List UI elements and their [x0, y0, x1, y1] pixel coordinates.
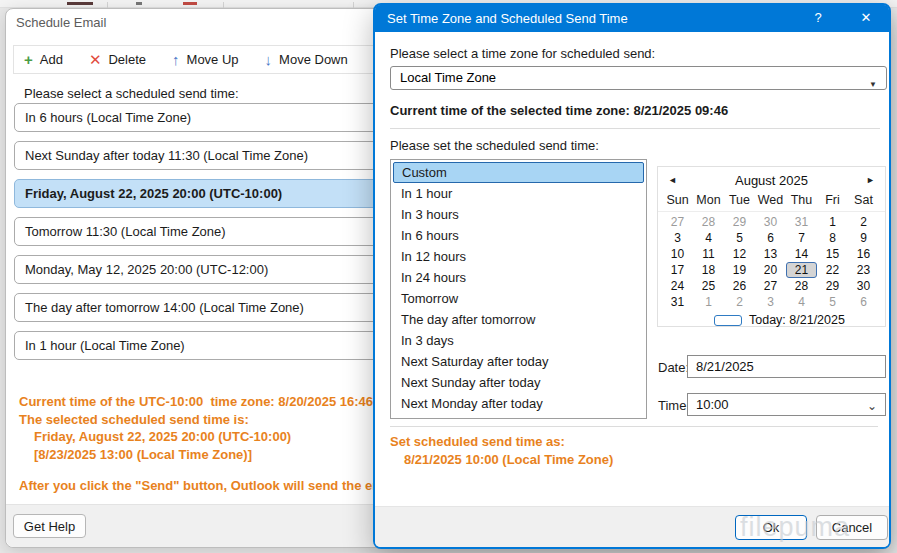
date-label: Date: [658, 360, 689, 375]
close-icon[interactable]: ✕ [857, 10, 875, 25]
preset-list-item[interactable]: In 6 hours [393, 225, 644, 246]
calendar-day-cell[interactable]: 2 [724, 294, 755, 310]
calendar-day-cell[interactable]: 1 [693, 294, 724, 310]
calendar-day-cell[interactable]: 9 [848, 230, 879, 246]
date-field[interactable]: 8/21/2025 [687, 355, 886, 378]
calendar-day-cell[interactable]: 11 [693, 246, 724, 262]
calendar-day-cell[interactable]: 31 [786, 214, 817, 230]
calendar-weekday-label: Sat [848, 193, 879, 211]
warning-line: After you click the "Send" button, Outlo… [19, 477, 413, 495]
preset-list-item[interactable]: In 3 hours [393, 204, 644, 225]
cancel-button[interactable]: Cancel [816, 515, 888, 540]
calendar-day-cell[interactable]: 1 [817, 214, 848, 230]
set-time-zone-dialog-title: Set Time Zone and Scheduled Send Time [387, 11, 628, 26]
calendar-day-cell[interactable]: 18 [693, 262, 724, 278]
help-icon[interactable]: ? [809, 10, 827, 25]
current-time-text: Current time of the selected time zone: … [390, 103, 728, 118]
scheduled-send-time-list-label: Please select a scheduled send time: [24, 86, 239, 101]
preset-list-item[interactable]: In 3 days [393, 330, 644, 351]
chevron-down-icon: ⌄ [867, 396, 877, 417]
calendar-day-cell[interactable]: 10 [662, 246, 693, 262]
preset-list-item[interactable]: In 24 hours [393, 267, 644, 288]
calendar-day-cell[interactable]: 17 [662, 262, 693, 278]
calendar-day-cell[interactable]: 7 [786, 230, 817, 246]
calendar-day-cell[interactable]: 12 [724, 246, 755, 262]
calendar-day-cell[interactable]: 15 [817, 246, 848, 262]
date-field-value: 8/21/2025 [696, 359, 754, 374]
calendar-next-icon[interactable]: ► [863, 175, 875, 185]
preset-list-item[interactable]: The day after tomorrow [393, 309, 644, 330]
calendar-day-cell[interactable]: 22 [817, 262, 848, 278]
calendar-day-cell[interactable]: 14 [786, 246, 817, 262]
today-indicator-box[interactable] [714, 315, 742, 326]
today-label[interactable]: Today: 8/21/2025 [749, 313, 845, 327]
separator [390, 128, 880, 129]
calendar-day-cell[interactable]: 8 [817, 230, 848, 246]
schedule-email-dialog-title: Schedule Email [16, 15, 106, 30]
add-button-label: Add [40, 52, 63, 67]
calendar-day-cell[interactable]: 28 [786, 278, 817, 294]
calendar-day-grid: 2728293031123456789101112131415161718192… [658, 214, 885, 310]
calendar-month-label: August 2025 [680, 173, 863, 188]
plus-icon: + [24, 52, 33, 67]
delete-button-label: Delete [108, 52, 146, 67]
calendar-day-cell[interactable]: 3 [662, 230, 693, 246]
preset-list-item[interactable]: Next Monday after today [393, 393, 644, 414]
calendar-day-cell[interactable]: 28 [693, 214, 724, 230]
info-line: [8/23/2025 13:00 (Local Time Zone)] [19, 446, 413, 464]
calendar-day-cell[interactable]: 5 [724, 230, 755, 246]
calendar-day-cell[interactable]: 27 [662, 214, 693, 230]
preset-list-item[interactable]: Custom [393, 162, 644, 183]
calendar-day-cell[interactable]: 16 [848, 246, 879, 262]
calendar-day-cell[interactable]: 6 [848, 294, 879, 310]
calendar-day-cell[interactable]: 27 [755, 278, 786, 294]
get-help-button[interactable]: Get Help [13, 514, 86, 538]
calendar-day-cell[interactable]: 25 [693, 278, 724, 294]
calendar-prev-icon[interactable]: ◄ [668, 175, 680, 185]
delete-button[interactable]: ✕ Delete [89, 52, 146, 67]
arrow-up-icon: ↑ [172, 52, 180, 67]
calendar-weekday-label: Tue [724, 193, 755, 211]
calendar-day-cell[interactable]: 29 [817, 278, 848, 294]
send-time-label: Please set the scheduled send time: [390, 138, 599, 153]
calendar-day-cell[interactable]: 31 [662, 294, 693, 310]
chevron-down-icon: ▼ [869, 74, 877, 96]
schedule-email-info-text: Current time of the UTC-10:00 time zone:… [19, 393, 413, 495]
move-down-button-label: Move Down [279, 52, 348, 67]
add-button[interactable]: + Add [24, 52, 63, 67]
time-label: Time: [658, 398, 690, 413]
preset-list-item[interactable]: Tomorrow [393, 288, 644, 309]
calendar-day-cell[interactable]: 30 [755, 214, 786, 230]
calendar-day-cell[interactable]: 29 [724, 214, 755, 230]
calendar: ◄ August 2025 ► SunMonTueWedThuFriSat 27… [657, 166, 886, 327]
time-field[interactable]: 10:00 ⌄ [687, 393, 886, 416]
ok-button[interactable]: Ok [735, 515, 807, 540]
calendar-day-cell[interactable]: 23 [848, 262, 879, 278]
calendar-footer: Today: 8/21/2025 [658, 313, 885, 327]
calendar-day-cell[interactable]: 4 [786, 294, 817, 310]
preset-list-item[interactable]: Next Sunday after today [393, 372, 644, 393]
calendar-header: ◄ August 2025 ► [658, 167, 885, 193]
calendar-day-cell[interactable]: 24 [662, 278, 693, 294]
preset-list-item[interactable]: Next Saturday after today [393, 351, 644, 372]
preset-list-item[interactable]: In 12 hours [393, 246, 644, 267]
calendar-day-cell[interactable]: 21 [786, 262, 817, 278]
move-up-button[interactable]: ↑ Move Up [172, 52, 239, 67]
calendar-day-cell[interactable]: 20 [755, 262, 786, 278]
calendar-day-cell[interactable]: 19 [724, 262, 755, 278]
info-line: Friday, August 22, 2025 20:00 (UTC-10:00… [19, 428, 413, 446]
calendar-day-cell[interactable]: 26 [724, 278, 755, 294]
calendar-day-cell[interactable]: 2 [848, 214, 879, 230]
move-down-button[interactable]: ↓ Move Down [265, 52, 348, 67]
calendar-day-cell[interactable]: 30 [848, 278, 879, 294]
calendar-day-cell[interactable]: 13 [755, 246, 786, 262]
preset-list-item[interactable]: In 1 hour [393, 183, 644, 204]
result-value: 8/21/2025 10:00 (Local Time Zone) [404, 452, 613, 467]
calendar-day-cell[interactable]: 3 [755, 294, 786, 310]
calendar-day-cell[interactable]: 6 [755, 230, 786, 246]
background-window-fragment [136, 2, 142, 5]
set-time-zone-dialog-titlebar: Set Time Zone and Scheduled Send Time ? … [375, 5, 889, 32]
timezone-combobox[interactable]: Local Time Zone ▼ [390, 66, 887, 90]
calendar-day-cell[interactable]: 5 [817, 294, 848, 310]
calendar-day-cell[interactable]: 4 [693, 230, 724, 246]
